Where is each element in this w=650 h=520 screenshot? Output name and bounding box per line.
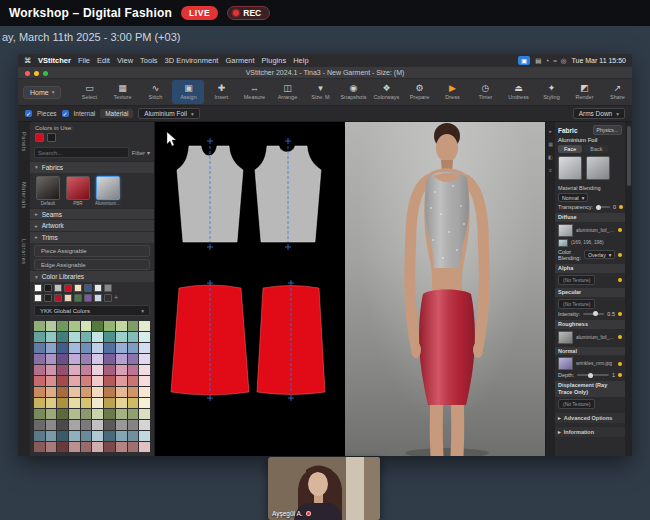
palette-swatch[interactable] [104,387,115,397]
palette-swatch[interactable] [69,332,80,342]
color-in-use-swatch[interactable] [35,133,44,142]
library-color-chip[interactable] [54,284,62,292]
fabric-select-dropdown[interactable]: Aluminium Foil ▾ [138,108,199,119]
palette-swatch[interactable] [92,398,103,408]
palette-swatch[interactable] [81,343,92,353]
palette-swatch[interactable] [92,321,103,331]
palette-swatch[interactable] [46,343,57,353]
piece-assignable-row[interactable]: Piece Assignable [34,245,150,257]
menubar-item-help[interactable]: Help [293,56,308,65]
add-color-button[interactable]: + [114,294,118,302]
library-color-chip[interactable] [54,294,62,302]
palette-swatch[interactable] [57,431,68,441]
library-color-chip[interactable] [34,294,42,302]
toolbar-styling[interactable]: ✦Styling [535,80,567,104]
palette-swatch[interactable] [34,398,45,408]
palette-swatch[interactable] [139,398,150,408]
palette-swatch[interactable] [81,332,92,342]
section-fabrics[interactable]: ▾ Fabrics [30,161,154,173]
palette-swatch[interactable] [57,321,68,331]
toolbar-stitch[interactable]: ∿Stitch [139,80,171,104]
palette-swatch[interactable] [57,442,68,452]
palette-swatch[interactable] [57,398,68,408]
library-color-chip[interactable] [104,294,112,302]
keyframe-dot-icon[interactable] [618,335,622,339]
palette-swatch[interactable] [128,321,139,331]
palette-swatch[interactable] [69,376,80,386]
section-normal[interactable]: Normal [555,347,625,356]
minimize-window-icon[interactable] [34,71,39,76]
palette-swatch[interactable] [69,442,80,452]
palette-swatch[interactable] [116,387,127,397]
toolbar-snapshots[interactable]: ◉Snapshots [337,80,369,104]
toolbar-colorways[interactable]: ❖Colorways [370,80,402,104]
palette-swatch[interactable] [139,321,150,331]
toolbar-share[interactable]: ↗Share [601,80,633,104]
palette-swatch[interactable] [46,354,57,364]
palette-swatch[interactable] [116,420,127,430]
library-select-dropdown[interactable]: YKK Global Colors ▾ [34,305,150,316]
palette-swatch[interactable] [34,376,45,386]
palette-swatch[interactable] [81,442,92,452]
palette-swatch[interactable] [116,343,127,353]
close-window-icon[interactable] [25,71,30,76]
panel-tool-icon[interactable]: ▸ [549,128,552,134]
palette-swatch[interactable] [81,387,92,397]
toolbar-measure[interactable]: ↔Measure [238,80,270,104]
color-blending-dropdown[interactable]: Overlay ▾ [584,250,615,259]
face-texture-thumb[interactable] [558,156,582,180]
palette-swatch[interactable] [69,343,80,353]
palette-swatch[interactable] [46,409,57,419]
palette-swatch[interactable] [81,321,92,331]
palette-swatch[interactable] [139,343,150,353]
section-alpha[interactable]: Alpha [555,264,625,273]
back-texture-thumb[interactable] [586,156,610,180]
palette-swatch[interactable] [128,343,139,353]
palette-swatch[interactable] [34,431,45,441]
keyframe-dot-icon[interactable] [618,253,622,257]
palette-swatch[interactable] [46,431,57,441]
library-color-chip[interactable] [34,284,42,292]
palette-swatch[interactable] [92,409,103,419]
palette-swatch[interactable] [69,387,80,397]
tab-back[interactable]: Back [584,145,608,153]
palette-swatch[interactable] [46,442,57,452]
internal-checkbox[interactable]: ✓ [62,110,69,117]
palette-swatch[interactable] [128,376,139,386]
menubar-item-garment[interactable]: Garment [225,56,254,65]
library-color-chip[interactable] [94,284,102,292]
palette-swatch[interactable] [46,376,57,386]
palette-swatch[interactable] [104,354,115,364]
right-panel-scrollbar[interactable] [625,122,632,456]
section-roughness[interactable]: Roughness [555,320,625,329]
roughness-map-thumb[interactable] [558,331,573,344]
library-color-chip[interactable] [64,284,72,292]
panel-tool-icon[interactable]: ≡ [549,167,552,173]
palette-swatch[interactable] [57,420,68,430]
apple-menu-icon[interactable]: ⌘ [24,57,31,65]
palette-swatch[interactable] [104,398,115,408]
color-in-use-swatch[interactable] [47,133,56,142]
palette-swatch[interactable] [34,365,45,375]
palette-swatch[interactable] [81,354,92,364]
section-diffuse[interactable]: Diffuse [555,213,625,222]
library-color-chip[interactable] [94,294,102,302]
toolbar-prepare[interactable]: ⚙Prepare [403,80,435,104]
palette-swatch[interactable] [46,332,57,342]
palette-swatch[interactable] [128,332,139,342]
fabric-thumb-aluminium-foil[interactable]: Aluminium Foil [95,176,121,206]
viewport-3d[interactable] [345,122,545,456]
palette-swatch[interactable] [92,387,103,397]
palette-swatch[interactable] [57,365,68,375]
palette-swatch[interactable] [128,431,139,441]
palette-swatch[interactable] [104,343,115,353]
palette-swatch[interactable] [92,332,103,342]
palette-swatch[interactable] [69,321,80,331]
palette-swatch[interactable] [104,442,115,452]
toolbar-select[interactable]: ▭Select [73,80,105,104]
palette-swatch[interactable] [92,442,103,452]
pieces-toggle-label[interactable]: Pieces [37,110,57,117]
palette-swatch[interactable] [139,354,150,364]
palette-swatch[interactable] [57,332,68,342]
palette-swatch[interactable] [34,442,45,452]
